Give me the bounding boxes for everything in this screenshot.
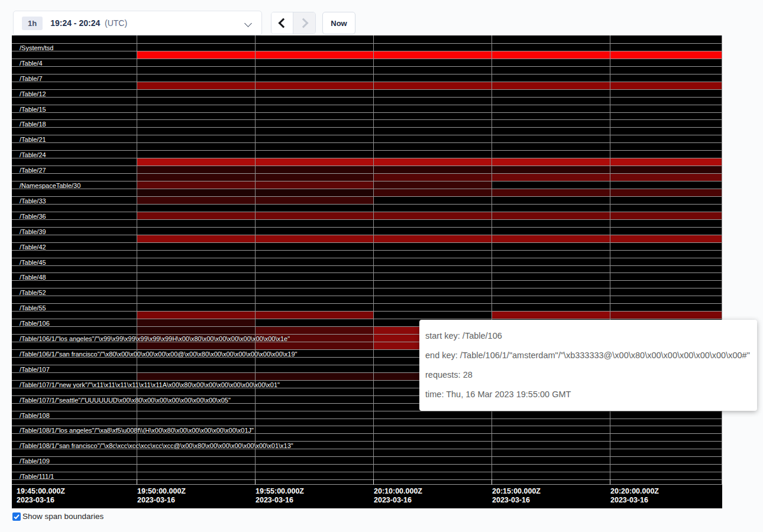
axis-label: 19:55:00.000Z2023-03-16: [256, 487, 304, 505]
span-boundary-line: [12, 150, 722, 151]
heat-band[interactable]: [137, 189, 255, 196]
heat-band[interactable]: [137, 235, 255, 242]
heat-band[interactable]: [610, 212, 722, 219]
row-label: /Table/42: [12, 244, 46, 251]
heat-band[interactable]: [137, 158, 255, 166]
heat-band[interactable]: [610, 189, 722, 196]
axis-tick: [255, 479, 256, 485]
show-span-boundaries-label: Show span boundaries: [22, 512, 104, 521]
heat-band[interactable]: [137, 51, 255, 59]
heat-band[interactable]: [255, 189, 373, 196]
heat-band[interactable]: [137, 212, 255, 219]
heat-band[interactable]: [255, 327, 373, 334]
heat-band[interactable]: [137, 319, 255, 326]
row-label: /Table/33: [12, 197, 46, 205]
sample-boundary-line: [492, 35, 492, 485]
heat-band[interactable]: [255, 158, 373, 166]
span-boundary-line: [12, 189, 722, 189]
span-boundary-line: [12, 112, 722, 113]
previous-interval-button[interactable]: [271, 12, 293, 34]
heat-band[interactable]: [610, 174, 722, 181]
heat-band[interactable]: [492, 212, 610, 219]
axis-label: 19:45:00.000Z2023-03-16: [17, 487, 65, 505]
span-boundary-line: [12, 265, 722, 266]
heat-band[interactable]: [255, 212, 373, 219]
span-boundary-line: [12, 319, 722, 319]
heat-band[interactable]: [255, 51, 373, 59]
heat-band[interactable]: [492, 166, 610, 173]
heat-band[interactable]: [492, 312, 610, 319]
axis-time: 20:10:00.000Z: [374, 487, 422, 496]
span-boundary-line: [12, 66, 722, 67]
heat-band[interactable]: [255, 82, 373, 89]
heat-band[interactable]: [255, 181, 373, 189]
heat-band[interactable]: [137, 373, 255, 380]
time-nav-group: [271, 12, 316, 34]
heat-band[interactable]: [610, 51, 722, 59]
heat-band[interactable]: [137, 166, 255, 173]
axis-tick: [137, 479, 137, 485]
heat-band[interactable]: [137, 82, 255, 89]
heat-band[interactable]: [492, 189, 610, 196]
heat-band[interactable]: [492, 51, 610, 59]
axis-date: 2023-03-16: [610, 496, 659, 505]
heat-band[interactable]: [610, 82, 722, 89]
span-boundary-line: [12, 479, 722, 480]
row-label: /Table/108/1/"san francisco"/"\x8c\xcc\x…: [12, 442, 293, 449]
heat-band[interactable]: [137, 174, 255, 181]
heat-band[interactable]: [255, 312, 373, 319]
now-button[interactable]: Now: [322, 12, 355, 34]
heat-band[interactable]: [373, 189, 492, 196]
row-label: /Table/48: [12, 274, 46, 281]
timezone-label: (UTC): [105, 18, 127, 28]
axis-tick: [492, 479, 492, 485]
axis-label: 20:15:00.000Z2023-03-16: [492, 487, 541, 505]
heat-band[interactable]: [255, 373, 373, 380]
row-label: /Table/24: [12, 151, 46, 158]
heat-band[interactable]: [255, 174, 373, 181]
span-boundary-line: [12, 204, 722, 205]
show-span-boundaries-checkbox[interactable]: [12, 512, 21, 521]
time-range-selector[interactable]: 1h 19:24 - 20:24 (UTC): [13, 11, 262, 35]
heat-band[interactable]: [610, 312, 722, 319]
heat-band[interactable]: [255, 342, 373, 349]
row-label: /Table/107/1/"new york"/"\x11\x11\x11\x1…: [12, 381, 280, 388]
row-label: /Table/15: [12, 106, 46, 113]
heat-band[interactable]: [610, 158, 722, 166]
heat-band[interactable]: [255, 235, 373, 242]
heat-band[interactable]: [373, 212, 492, 219]
key-visualizer-heatmap[interactable]: /System/tsd/Table/4/Table/7/Table/12/Tab…: [12, 35, 722, 508]
span-boundary-line: [12, 43, 722, 44]
heat-band[interactable]: [492, 82, 610, 89]
span-boundary-line: [12, 74, 722, 74]
span-boundary-line: [12, 82, 722, 82]
heat-band[interactable]: [492, 158, 610, 166]
heat-band[interactable]: [255, 197, 373, 204]
heat-band[interactable]: [137, 181, 255, 189]
row-label: /Table/52: [12, 289, 46, 296]
heat-band[interactable]: [373, 158, 492, 166]
show-span-boundaries-control[interactable]: Show span boundaries: [12, 512, 104, 521]
span-boundary-line: [12, 242, 722, 243]
axis-label: 20:10:00.000Z2023-03-16: [374, 487, 422, 505]
heat-band[interactable]: [492, 174, 610, 181]
heat-band[interactable]: [137, 342, 255, 349]
heat-band[interactable]: [373, 166, 492, 173]
heat-band[interactable]: [137, 312, 255, 319]
heat-band[interactable]: [373, 174, 492, 181]
row-label: /Table/106: [12, 320, 50, 327]
heat-band[interactable]: [137, 327, 255, 334]
heat-band[interactable]: [255, 166, 373, 173]
heat-band[interactable]: [373, 235, 492, 242]
next-interval-button-disabled[interactable]: [293, 12, 315, 34]
heat-band[interactable]: [373, 82, 492, 89]
row-label: /Table/107: [12, 366, 50, 373]
heat-band[interactable]: [373, 51, 492, 59]
heat-band[interactable]: [373, 181, 492, 189]
heat-band[interactable]: [492, 235, 610, 242]
heat-band[interactable]: [137, 197, 255, 204]
heat-band[interactable]: [610, 235, 722, 242]
heat-band[interactable]: [610, 166, 722, 173]
row-label: /Table/106/1/"los angeles"/"\x99\x99\x99…: [12, 335, 290, 342]
span-boundary-line: [12, 464, 722, 465]
